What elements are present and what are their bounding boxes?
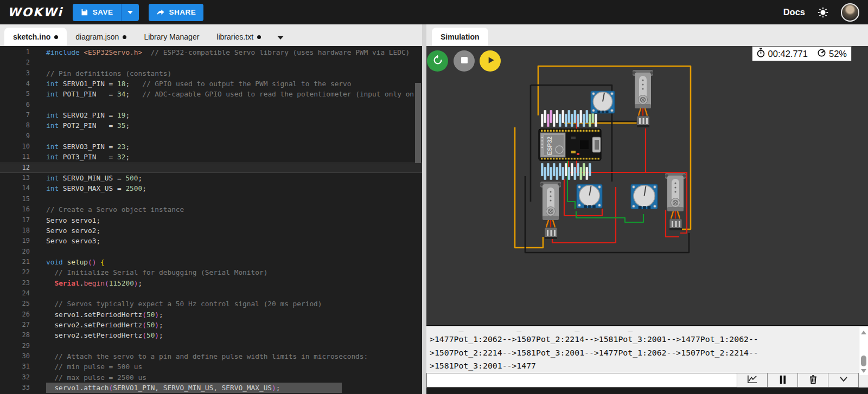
- scroll-down-icon[interactable]: [861, 369, 866, 373]
- line-number: 25: [0, 299, 30, 309]
- code-editor[interactable]: 1#include <ESP32Servo.h> // ESP32-compat…: [0, 46, 422, 394]
- code-line-20[interactable]: 20: [0, 247, 422, 257]
- simulation-canvas: 00:42.771 52% ESP32: [426, 46, 868, 325]
- serial-options-button[interactable]: [828, 373, 859, 387]
- line-content: // Pin definitions (constants): [46, 68, 171, 79]
- tab-libraries-txt[interactable]: libraries.txt: [208, 28, 270, 46]
- wire[interactable]: [576, 211, 643, 222]
- potentiometer-3[interactable]: [631, 184, 658, 209]
- code-line-22[interactable]: 22 // Initialize Serial for debugging (S…: [0, 267, 422, 277]
- editor-scrollbar-thumb[interactable]: [415, 83, 421, 163]
- line-number: 27: [0, 320, 30, 330]
- panel-divider[interactable]: [422, 24, 426, 394]
- line-content: // min pulse = 500 us: [46, 361, 142, 372]
- tab-label: diagram.json: [75, 33, 119, 41]
- code-line-23[interactable]: 23 Serial.begin(115200);: [0, 278, 422, 288]
- code-line-19[interactable]: 19Servo servo3;: [0, 236, 422, 246]
- pin-tag: [550, 167, 553, 180]
- pin-tag: [589, 163, 591, 176]
- save-button[interactable]: SAVE: [73, 4, 121, 21]
- pin-tag: [562, 167, 565, 180]
- circuit-diagram[interactable]: ESP32: [426, 46, 868, 325]
- code-line-27[interactable]: 27 servo2.setPeriodHertz(50);: [0, 320, 422, 330]
- servo-3[interactable]: [665, 173, 686, 230]
- code-line-7[interactable]: 7int SERVO2_PIN = 19;: [0, 110, 422, 120]
- share-button[interactable]: SHARE: [149, 4, 204, 21]
- code-line-5[interactable]: 5int POT1_PIN = 34; // ADC-capable GPIO …: [0, 89, 422, 99]
- code-line-17[interactable]: 17Servo servo1;: [0, 215, 422, 225]
- pin-tag: [577, 114, 579, 127]
- servo-1[interactable]: [633, 70, 653, 127]
- tab-simulation[interactable]: Simulation: [432, 28, 488, 46]
- pin-tag: [553, 114, 556, 127]
- code-line-2[interactable]: 2: [0, 57, 422, 68]
- line-number: 16: [0, 204, 30, 215]
- line-content: int POT2_PIN = 35;: [46, 120, 130, 131]
- code-line-9[interactable]: 9: [0, 131, 422, 141]
- code-line-13[interactable]: 13int SERVO_MIN_US = 500;: [0, 173, 422, 183]
- potentiometer-2[interactable]: [577, 184, 602, 208]
- line-content: int POT3_PIN = 32;: [46, 152, 130, 162]
- line-number: 4: [0, 79, 30, 89]
- serial-scrollbar-thumb[interactable]: [861, 356, 866, 366]
- plot-button[interactable]: [737, 373, 768, 387]
- editor-scrollbar[interactable]: [415, 46, 421, 394]
- serial-output[interactable]: _ _ _ _>1477Pot_1:2062-->1507Pot_2:2214-…: [426, 326, 862, 372]
- code-line-6[interactable]: 6: [0, 100, 422, 110]
- code-line-26[interactable]: 26 servo1.setPeriodHertz(50);: [0, 309, 422, 320]
- save-label: SAVE: [93, 8, 113, 16]
- serial-monitor: _ _ _ _>1477Pot_1:2062-->1507Pot_2:2214-…: [426, 325, 868, 394]
- line-content: Servo servo3;: [46, 236, 100, 246]
- wokwi-logo[interactable]: WOKWi: [8, 5, 63, 19]
- scroll-up-icon[interactable]: [861, 331, 866, 334]
- user-avatar[interactable]: [841, 3, 859, 22]
- docs-link[interactable]: Docs: [783, 7, 805, 17]
- line-number: 32: [0, 372, 30, 383]
- code-line-8[interactable]: 8int POT2_PIN = 35;: [0, 120, 422, 131]
- code-line-31[interactable]: 31 // min pulse = 500 us: [0, 361, 422, 372]
- esp32-label: ESP32: [546, 137, 553, 155]
- code-line-1[interactable]: 1#include <ESP32Servo.h> // ESP32-compat…: [0, 47, 422, 57]
- line-number: 18: [0, 225, 30, 236]
- code-line-11[interactable]: 11int POT3_PIN = 32;: [0, 152, 422, 162]
- save-dropdown-button[interactable]: [121, 4, 139, 21]
- tab-diagram-json[interactable]: diagram.json: [67, 28, 135, 46]
- clear-serial-button[interactable]: [798, 373, 828, 387]
- tabs-overflow-caret[interactable]: [277, 36, 284, 40]
- potentiometer-1[interactable]: [591, 91, 615, 113]
- line-number: 7: [0, 110, 30, 120]
- code-line-4[interactable]: 4int SERVO1_PIN = 18; // GPIO used to ou…: [0, 79, 422, 89]
- code-line-24[interactable]: 24: [0, 288, 422, 299]
- code-line-33[interactable]: 33 servo1.attach(SERVO1_PIN, SERVO_MIN_U…: [0, 383, 422, 393]
- code-line-10[interactable]: 10int SERVO3_PIN = 23;: [0, 141, 422, 152]
- code-line-12[interactable]: 12: [0, 163, 422, 173]
- theme-toggle-sun-icon[interactable]: [817, 7, 829, 18]
- code-line-21[interactable]: 21void setup() {: [0, 257, 422, 267]
- tab-sketch-ino[interactable]: sketch.ino: [4, 28, 67, 46]
- serial-scrollbar[interactable]: [859, 327, 868, 375]
- serial-input[interactable]: [426, 373, 737, 387]
- code-line-14[interactable]: 14int SERVO_MAX_US = 2500;: [0, 183, 422, 193]
- code-line-25[interactable]: 25 // Servos typically expect a 50 Hz co…: [0, 299, 422, 309]
- code-line-30[interactable]: 30 // Attach the servo to a pin and defi…: [0, 351, 422, 361]
- code-line-18[interactable]: 18Servo servo2;: [0, 225, 422, 236]
- code-line-32[interactable]: 32 // max pulse = 2500 us: [0, 372, 422, 383]
- line-content: int SERVO_MIN_US = 500;: [46, 173, 142, 183]
- code-line-29[interactable]: 29: [0, 341, 422, 351]
- unsaved-dot-icon: [123, 35, 126, 39]
- line-content: servo1.setPeriodHertz(50);: [46, 309, 163, 320]
- line-number: 12: [0, 163, 30, 172]
- line-number: 10: [0, 141, 30, 152]
- code-line-15[interactable]: 15: [0, 194, 422, 204]
- code-line-3[interactable]: 3// Pin definitions (constants): [0, 68, 422, 79]
- simulation-tab-label: Simulation: [441, 33, 480, 41]
- code-line-16[interactable]: 16// Create a Servo object instance: [0, 204, 422, 215]
- pin-tag: [574, 167, 577, 180]
- tab-library-manager[interactable]: Library Manager: [135, 28, 208, 46]
- pause-serial-button[interactable]: [768, 373, 798, 387]
- esp32-board[interactable]: ESP32: [539, 110, 601, 180]
- servo-2[interactable]: [540, 182, 561, 239]
- pin-tag: [547, 163, 550, 176]
- line-number: 5: [0, 89, 30, 99]
- code-line-28[interactable]: 28 servo2.setPeriodHertz(50);: [0, 330, 422, 340]
